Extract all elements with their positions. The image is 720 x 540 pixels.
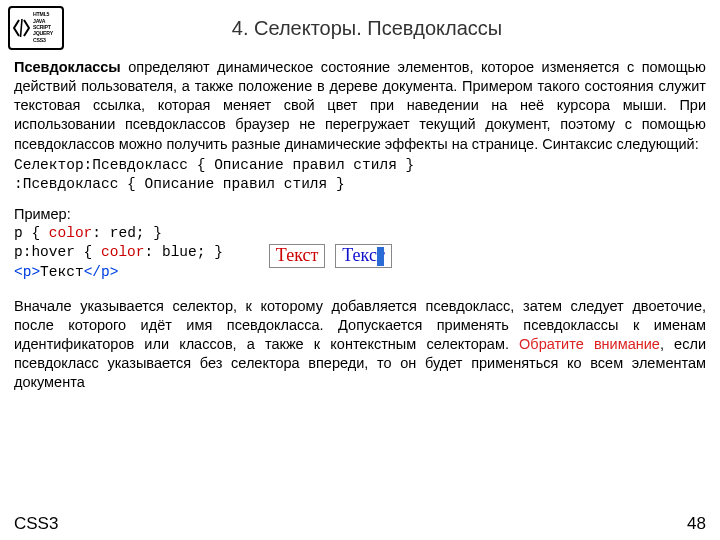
example-label: Пример: xyxy=(14,205,706,224)
example-line-1: p { color: red; } xyxy=(14,224,223,244)
header: HTML5 JAVA SCRIPT JQUERY CSS3 4. Селекто… xyxy=(0,0,720,54)
example-line-2: p:hover { color: blue; } xyxy=(14,243,223,263)
syntax-line-1: Селектор:Псевдокласс { Описание правил с… xyxy=(14,156,706,176)
logo-tag: JAVA SCRIPT xyxy=(33,19,59,30)
page-number: 48 xyxy=(687,514,706,534)
intro-paragraph: Псевдоклассы определяют динамическое сос… xyxy=(14,58,706,154)
example-line-3: <p>Текст</p> xyxy=(14,263,223,283)
syntax-line-2: :Псевдокласс { Описание правил стиля } xyxy=(14,175,706,195)
intro-bold: Псевдоклассы xyxy=(14,59,121,75)
footer-left: CSS3 xyxy=(14,514,58,534)
render-default: Текст xyxy=(269,244,325,268)
render-illustration: Текст Текст xyxy=(269,244,392,268)
svg-line-0 xyxy=(21,19,23,37)
explanation-paragraph: Вначале указывается селектор, к которому… xyxy=(14,297,706,393)
logo-tag: CSS3 xyxy=(33,38,59,44)
text-cursor-icon xyxy=(377,247,384,266)
page-title: 4. Селекторы. Псевдоклассы xyxy=(64,17,710,40)
footer: CSS3 48 xyxy=(0,514,720,540)
render-hover: Текст xyxy=(335,244,391,268)
content-body: Псевдоклассы определяют динамическое сос… xyxy=(0,54,720,514)
attention-text: Обратите внимание xyxy=(519,336,660,352)
tech-logo: HTML5 JAVA SCRIPT JQUERY CSS3 xyxy=(8,6,64,50)
code-brackets-icon xyxy=(13,11,30,45)
